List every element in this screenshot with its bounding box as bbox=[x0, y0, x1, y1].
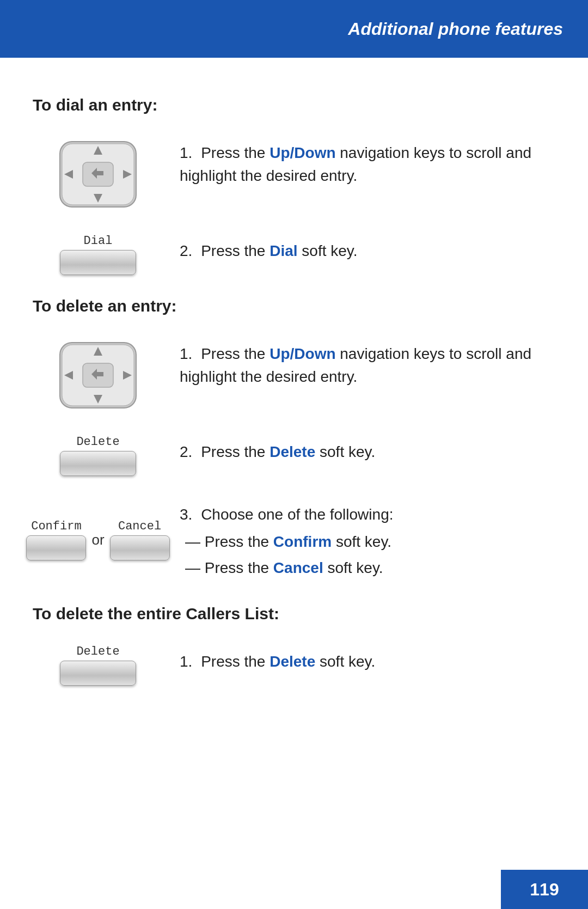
nav-key-icon-2 bbox=[54, 337, 142, 413]
dial-highlight: Dial bbox=[270, 242, 297, 259]
delete-step-3: Confirm or Cancel 3. Choose one of the f… bbox=[33, 498, 555, 583]
cancel-highlight: Cancel bbox=[273, 559, 323, 576]
callers-delete-button bbox=[60, 661, 136, 686]
dial-softkey-image: Dial bbox=[33, 234, 163, 275]
or-text: or bbox=[91, 532, 104, 548]
confirm-key-label: Confirm bbox=[31, 520, 81, 533]
delete-key-button bbox=[60, 451, 136, 476]
cancel-key-group: Cancel bbox=[110, 520, 170, 560]
section-dial-heading: To dial an entry: bbox=[33, 96, 555, 114]
nav-key-image-1 bbox=[33, 136, 163, 212]
dial-step-2: Dial 2. Press the Dial soft key. bbox=[33, 234, 555, 275]
section-delete-entry: To delete an entry: 1. Press the bbox=[33, 297, 555, 583]
main-content: To dial an entry: bbox=[0, 58, 588, 740]
section-delete-heading: To delete an entry: bbox=[33, 297, 555, 315]
cancel-option: Press the Cancel soft key. bbox=[180, 557, 555, 579]
section-callers-heading: To delete the entire Callers List: bbox=[33, 605, 555, 623]
delete-highlight-1: Delete bbox=[270, 443, 315, 460]
page-number-bar: 119 bbox=[501, 870, 588, 909]
delete-step-1: 1. Press the Up/Down navigation keys to … bbox=[33, 337, 555, 413]
callers-delete-image: Delete bbox=[33, 645, 163, 686]
dial-key-button bbox=[60, 250, 136, 275]
section-delete-callers: To delete the entire Callers List: Delet… bbox=[33, 605, 555, 686]
confirm-highlight: Confirm bbox=[273, 533, 332, 550]
dial-key-label: Dial bbox=[84, 234, 113, 248]
nav-key-image-2 bbox=[33, 337, 163, 413]
callers-delete-label: Delete bbox=[76, 645, 119, 658]
callers-step-1-text: 1. Press the Delete soft key. bbox=[163, 645, 555, 673]
dial-step-1-text: 1. Press the Up/Down navigation keys to … bbox=[163, 136, 555, 187]
delete-key-label: Delete bbox=[76, 435, 119, 449]
confirm-cancel-wrapper: Confirm or Cancel bbox=[26, 520, 169, 560]
confirm-key-button bbox=[26, 535, 86, 560]
updown-highlight-1: Up/Down bbox=[270, 144, 335, 161]
delete-step-1-text: 1. Press the Up/Down navigation keys to … bbox=[163, 337, 555, 388]
confirm-cancel-image: Confirm or Cancel bbox=[33, 498, 163, 560]
confirm-key-group: Confirm bbox=[26, 520, 86, 560]
header-title: Additional phone features bbox=[348, 19, 563, 39]
confirm-option: Press the Confirm soft key. bbox=[180, 530, 555, 553]
confirm-cancel-row: Confirm or Cancel bbox=[26, 520, 169, 560]
updown-highlight-2: Up/Down bbox=[270, 345, 335, 362]
delete-highlight-2: Delete bbox=[270, 653, 315, 670]
cancel-key-button bbox=[110, 535, 170, 560]
dial-step-1: 1. Press the Up/Down navigation keys to … bbox=[33, 136, 555, 212]
section-dial-entry: To dial an entry: bbox=[33, 96, 555, 275]
callers-step-1: Delete 1. Press the Delete soft key. bbox=[33, 645, 555, 686]
dial-step-2-text: 2. Press the Dial soft key. bbox=[163, 234, 555, 263]
header-bar: Additional phone features bbox=[0, 0, 588, 58]
delete-step-2-text: 2. Press the Delete soft key. bbox=[163, 435, 555, 463]
nav-key-icon-1 bbox=[54, 136, 142, 212]
page-number: 119 bbox=[530, 880, 559, 900]
delete-step-2: Delete 2. Press the Delete soft key. bbox=[33, 435, 555, 476]
confirm-cancel-list: Press the Confirm soft key. Press the Ca… bbox=[180, 530, 555, 579]
delete-softkey-image: Delete bbox=[33, 435, 163, 476]
cancel-key-label: Cancel bbox=[118, 520, 161, 533]
delete-step-3-text: 3. Choose one of the following: Press th… bbox=[163, 498, 555, 583]
